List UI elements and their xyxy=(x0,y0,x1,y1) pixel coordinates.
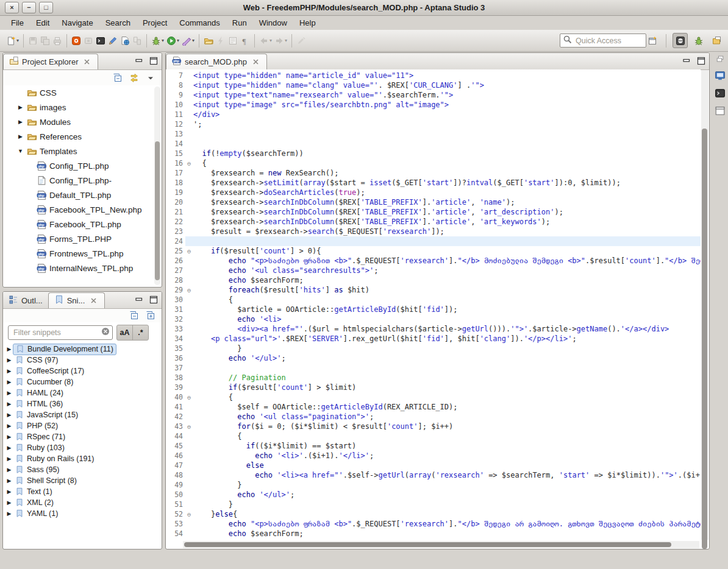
snippet-category-coffeescript-17[interactable]: ▶CoffeeScript (17) xyxy=(3,366,162,376)
editor-horizontal-scrollbar[interactable] xyxy=(183,541,699,548)
run-button[interactable]: ▾ xyxy=(165,34,180,48)
tree-item-facebook-tpl-php[interactable]: phpFacebook_TPL.php xyxy=(3,217,162,231)
tree-item-default-tpl-php[interactable]: phpDefault_TPL.php xyxy=(3,188,162,202)
snippet-category-css-97[interactable]: ▶CSS (97) xyxy=(3,355,162,366)
fold-marker-icon[interactable]: ⊖ xyxy=(185,286,193,295)
snippet-category-haml-24[interactable]: ▶HAML (24) xyxy=(3,387,162,398)
snippet-category-xml-2[interactable]: ▶XML (2) xyxy=(3,497,162,508)
tree-right-arrow-icon[interactable]: ▶ xyxy=(5,423,13,429)
snippet-category-ruby-on-rails-191[interactable]: ▶Ruby on Rails (191) xyxy=(3,453,162,464)
annotate-button[interactable] xyxy=(107,34,119,48)
tree-right-arrow-icon[interactable]: ▶ xyxy=(5,478,13,484)
tab-project-explorer[interactable]: Project Explorer xyxy=(3,54,98,69)
view-menu-button[interactable] xyxy=(145,72,157,84)
maximize-window-button[interactable]: □ xyxy=(39,2,53,13)
preview-button[interactable] xyxy=(82,34,95,48)
snippet-category-cucumber-8[interactable]: ▶Cucumber (8) xyxy=(3,376,162,387)
fold-marker-icon[interactable]: ⊖ xyxy=(185,393,193,403)
tree-right-arrow-icon[interactable]: ▶ xyxy=(5,390,13,396)
console-view-button[interactable] xyxy=(715,70,726,81)
tree-down-arrow-icon[interactable]: ▼ xyxy=(16,148,24,154)
collapse-all-button[interactable] xyxy=(128,309,140,322)
last-edit-location-button[interactable] xyxy=(295,34,307,48)
fold-marker-icon[interactable]: ⊖ xyxy=(185,422,193,432)
menu-help[interactable]: Help xyxy=(293,16,322,29)
close-icon[interactable] xyxy=(251,57,261,67)
tree-right-arrow-icon[interactable]: ▶ xyxy=(5,456,13,462)
tree-scrollbar[interactable] xyxy=(154,87,160,285)
back-button[interactable]: ▾ xyxy=(258,34,273,48)
forward-button-dropdown-icon[interactable]: ▾ xyxy=(285,38,287,43)
tree-item-images[interactable]: ▶images xyxy=(3,100,162,115)
back-button-dropdown-icon[interactable]: ▾ xyxy=(269,38,272,43)
web-preview-button[interactable] xyxy=(119,34,131,48)
close-window-button[interactable]: × xyxy=(5,2,19,13)
tree-item-facebook-tpl-new-php[interactable]: phpFacebook_TPL_New.php xyxy=(3,202,162,217)
menu-window[interactable]: Window xyxy=(253,16,293,29)
forward-button[interactable]: ▾ xyxy=(273,34,288,48)
tree-right-arrow-icon[interactable]: ▶ xyxy=(5,401,13,407)
tree-item-config-tpl-php[interactable]: Config_TPL.php- xyxy=(3,173,162,188)
terminal-view-button[interactable] xyxy=(715,88,726,99)
tree-scrollbar-thumb[interactable] xyxy=(155,141,160,280)
regex-button[interactable]: .* xyxy=(132,325,148,340)
tree-right-arrow-icon[interactable]: ▶ xyxy=(16,104,24,110)
menu-edit[interactable]: Edit xyxy=(30,16,55,29)
new-wizard-button[interactable]: ▾ xyxy=(5,34,20,48)
tree-right-arrow-icon[interactable]: ▶ xyxy=(5,434,13,440)
expand-all-button[interactable] xyxy=(145,309,157,322)
close-icon[interactable] xyxy=(82,57,92,67)
tree-right-arrow-icon[interactable]: ▶ xyxy=(5,357,13,363)
snippet-category-php-52[interactable]: ▶PHP (52) xyxy=(3,420,162,431)
fold-marker-icon[interactable]: ⊖ xyxy=(185,159,193,169)
snippet-category-javascript-15[interactable]: ▶JavaScript (15) xyxy=(3,409,162,420)
tree-item-forms-tpl-php[interactable]: phpForms_TPL.PHP xyxy=(3,231,162,246)
menu-navigate[interactable]: Navigate xyxy=(55,16,99,29)
editor-vertical-scrollbar[interactable] xyxy=(701,70,708,540)
menu-commands[interactable]: Commands xyxy=(173,16,226,29)
snippet-category-shell-script-8[interactable]: ▶Shell Script (8) xyxy=(3,475,162,486)
open-perspective-button[interactable] xyxy=(644,33,660,48)
collapse-all-button[interactable] xyxy=(112,72,124,84)
tab-snippets[interactable]: Sni... xyxy=(48,292,105,308)
open-resource-button[interactable] xyxy=(202,34,215,48)
fold-marker-icon[interactable]: ⊖ xyxy=(185,510,193,520)
tree-right-arrow-icon[interactable]: ▶ xyxy=(5,500,13,506)
minimize-window-button[interactable]: − xyxy=(22,2,36,13)
snippet-category-bundle-development-11[interactable]: ▶Bundle Development (11) xyxy=(3,344,162,355)
tree-right-arrow-icon[interactable]: ▶ xyxy=(5,445,13,451)
menu-project[interactable]: Project xyxy=(137,16,173,29)
save-all-button[interactable] xyxy=(39,34,51,48)
tree-item-frontnews-tpl-php[interactable]: phpFrontnews_TPL.php xyxy=(3,246,162,261)
menu-file[interactable]: File xyxy=(5,16,30,29)
snippet-category-rspec-71[interactable]: ▶RSpec (71) xyxy=(3,431,162,442)
save-button[interactable] xyxy=(27,34,39,48)
tree-right-arrow-icon[interactable]: ▶ xyxy=(5,346,13,352)
code-editor[interactable]: 7<input type="hidden" name="article_id" … xyxy=(166,69,701,540)
terminal-button[interactable] xyxy=(95,34,107,48)
external-tools-button-dropdown-icon[interactable]: ▾ xyxy=(192,38,194,43)
compare-button[interactable] xyxy=(131,34,143,48)
tree-item-config-tpl-php[interactable]: phpConfig_TPL.php xyxy=(3,158,162,173)
debug-perspective-button[interactable] xyxy=(691,33,706,48)
tree-item-templates[interactable]: ▼Templates xyxy=(3,144,162,158)
menu-run[interactable]: Run xyxy=(226,16,253,29)
tree-right-arrow-icon[interactable]: ▶ xyxy=(5,368,13,374)
print-button[interactable] xyxy=(51,34,63,48)
tree-right-arrow-icon[interactable]: ▶ xyxy=(5,412,13,418)
link-editor-button[interactable] xyxy=(128,72,140,84)
snippet-category-text-1[interactable]: ▶Text (1) xyxy=(3,486,162,497)
menu-search[interactable]: Search xyxy=(99,16,137,29)
tab-outline[interactable]: Outl... xyxy=(3,292,48,308)
case-sensitive-button[interactable]: aA xyxy=(117,325,132,340)
quick-access-input[interactable] xyxy=(574,36,638,46)
editor-horizontal-scrollbar-thumb[interactable] xyxy=(184,542,671,547)
maximize-icon[interactable] xyxy=(696,56,706,66)
filter-snippets-input[interactable] xyxy=(12,328,101,338)
editor-vertical-scrollbar-thumb[interactable] xyxy=(702,129,707,549)
tree-right-arrow-icon[interactable]: ▶ xyxy=(5,511,13,517)
minimize-icon[interactable] xyxy=(682,56,691,66)
tree-right-arrow-icon[interactable]: ▶ xyxy=(5,379,13,385)
tree-right-arrow-icon[interactable]: ▶ xyxy=(16,133,24,140)
quick-access-box[interactable] xyxy=(560,34,646,48)
